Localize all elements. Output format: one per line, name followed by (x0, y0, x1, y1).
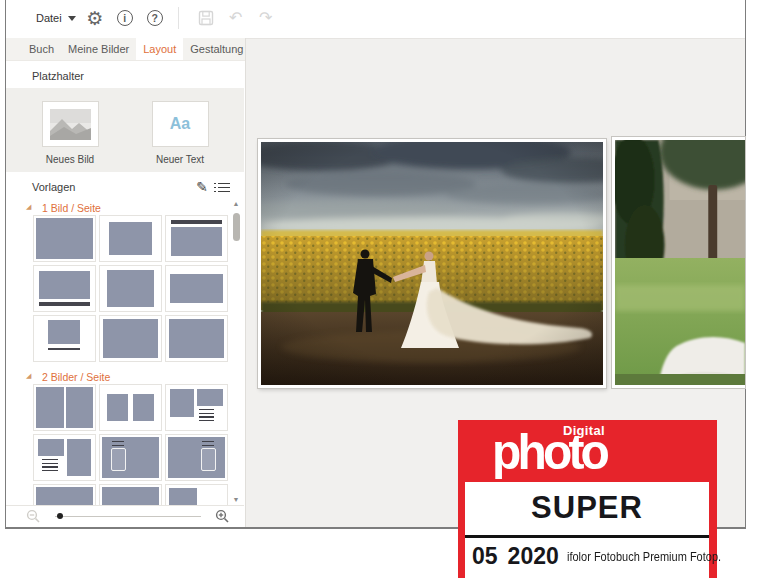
template-image-block (171, 227, 222, 256)
template-image-block (67, 439, 91, 476)
template-textlines-block (112, 441, 124, 446)
template-scrollbar[interactable]: ▲ ▼ (230, 200, 242, 503)
template-thumbnail[interactable] (99, 484, 162, 505)
template-inset-frame (111, 448, 126, 471)
issue-year: 2020 (508, 545, 559, 568)
zoom-slider[interactable] (55, 516, 201, 517)
template-textlines-block (199, 409, 214, 421)
template-thumbnail[interactable] (165, 384, 228, 431)
zoom-slider-handle[interactable] (57, 513, 63, 519)
save-button-disabled (195, 7, 217, 29)
veil-on-lawn-photo (615, 140, 745, 385)
template-image-block (169, 319, 224, 358)
template-thumbnail[interactable] (99, 265, 162, 312)
template-group-header-2[interactable]: ◢ 2 Bilder / Seite (6, 367, 244, 384)
template-group-label: 2 Bilder / Seite (42, 371, 110, 383)
template-thumbnail[interactable] (33, 484, 96, 505)
new-text-item[interactable]: Aa Neuer Text (145, 101, 215, 172)
template-thumbnail[interactable] (99, 384, 162, 431)
template-thumbnail[interactable] (99, 215, 162, 262)
template-image-block (133, 394, 154, 421)
award-rating-text: SUPER (465, 482, 709, 526)
collapse-triangle-icon: ◢ (26, 372, 31, 380)
template-image-block (36, 487, 93, 505)
list-view-icon[interactable] (218, 183, 230, 193)
template-image-block (39, 271, 90, 299)
zoom-out-icon[interactable] (26, 509, 41, 524)
template-image-block (107, 394, 128, 421)
template-inset-frame (201, 448, 216, 471)
new-image-item[interactable]: Neues Bild (35, 101, 105, 172)
template-thumbnail[interactable] (165, 434, 228, 481)
templates-section-title: Vorlagen (32, 181, 196, 193)
template-image-block (168, 437, 225, 478)
template-thumbnail[interactable] (99, 315, 162, 362)
template-thumbnail[interactable] (165, 215, 228, 262)
file-menu-button[interactable]: Datei (36, 12, 76, 24)
digitalphoto-logo: Digital photo (458, 420, 717, 482)
file-menu-label: Datei (36, 12, 62, 24)
new-image-card[interactable] (42, 101, 99, 147)
template-textbar-block (39, 302, 90, 306)
chevron-down-icon (68, 16, 76, 21)
template-image-block (197, 389, 223, 406)
templates-header-row: Vorlagen ✎ (6, 176, 244, 198)
new-text-label: Neuer Text (145, 154, 215, 165)
save-icon (197, 9, 215, 27)
template-grid-1 (6, 215, 244, 362)
template-thumbnail[interactable] (99, 434, 162, 481)
template-textbar-block (171, 220, 222, 224)
new-text-card[interactable]: Aa (152, 101, 209, 147)
settings-button[interactable]: ⚙ (84, 7, 106, 29)
edit-pencil-icon[interactable]: ✎ (196, 179, 208, 195)
template-thumbnail[interactable] (165, 484, 228, 505)
award-badge-panel: SUPER 05 2020 ifolor Fotobuch Premium Fo… (465, 482, 709, 578)
toolbar-divider (178, 7, 179, 29)
zoom-in-icon[interactable] (215, 509, 230, 524)
template-group-header-1[interactable]: ◢ 1 Bild / Seite (6, 198, 244, 215)
placeholder-section: Neues Bild Aa Neuer Text (6, 88, 244, 172)
template-image-block (38, 439, 64, 456)
undo-icon: ↶ (229, 10, 242, 26)
scroll-down-icon[interactable]: ▼ (233, 496, 240, 503)
template-image-block (170, 389, 194, 417)
issue-number: 05 (472, 545, 498, 568)
template-image-block (103, 319, 158, 358)
template-thumbnail[interactable] (33, 315, 96, 362)
logo-photo-text: photo (492, 427, 606, 477)
help-button[interactable]: ? (144, 7, 166, 29)
tab-layout[interactable]: Layout (136, 38, 183, 60)
template-grid-2 (6, 384, 244, 505)
toolbar: Datei ⚙ i ? ↶ ↷ (6, 0, 745, 38)
template-group-label: 1 Bild / Seite (42, 202, 101, 214)
template-thumbnail[interactable] (33, 265, 96, 312)
awarded-product-name: ifolor Fotobuch Premium Fotop. (567, 550, 721, 564)
tab-meine-bilder[interactable]: Meine Bilder (61, 38, 136, 60)
info-button[interactable]: i (114, 7, 136, 29)
template-thumbnail[interactable] (165, 315, 228, 362)
template-thumbnail[interactable] (165, 265, 228, 312)
sidebar: Buch Meine Bilder Layout Gestaltung Plat… (6, 38, 246, 527)
template-thumbnail[interactable] (33, 384, 96, 431)
new-image-label: Neues Bild (35, 154, 105, 165)
book-page-right[interactable] (612, 137, 745, 388)
collapse-triangle-icon: ◢ (26, 203, 31, 211)
template-list: ◢ 1 Bild / Seite ◢ 2 Bilder / Seite ▲ ▼ (6, 198, 244, 505)
book-page-left[interactable] (258, 139, 606, 388)
sidebar-zoom-bar (6, 505, 244, 527)
template-thumbnail[interactable] (33, 434, 96, 481)
template-image-block (48, 320, 80, 344)
template-image-block (36, 218, 93, 259)
template-image-block (109, 222, 152, 255)
template-textlines-block (42, 459, 58, 472)
tab-buch[interactable]: Buch (22, 38, 61, 60)
template-image-block (170, 274, 223, 303)
scroll-up-icon[interactable]: ▲ (233, 200, 240, 207)
template-textbar-block (48, 348, 80, 350)
scrollbar-thumb[interactable] (233, 213, 240, 241)
template-image-block (107, 270, 154, 307)
tab-gestaltung[interactable]: Gestaltung (183, 38, 250, 60)
template-image-block (102, 487, 159, 505)
award-badge: Digital photo SUPER 05 2020 ifolor Fotob… (458, 420, 717, 578)
template-thumbnail[interactable] (33, 215, 96, 262)
